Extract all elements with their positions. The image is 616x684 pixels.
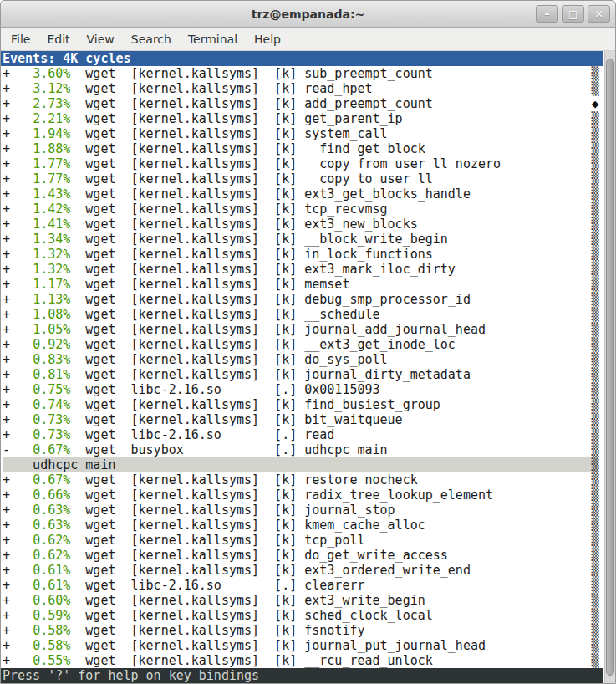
scroll-shade-icon: ▒ <box>591 307 598 322</box>
perf-row[interactable]: + 1.94% wget [kernel.kallsyms] [k] syste… <box>3 126 615 141</box>
scrollbar-track[interactable] <box>604 51 615 684</box>
pad <box>388 126 592 141</box>
menu-help[interactable]: Help <box>246 29 289 49</box>
overhead-percent: 1.41% <box>33 217 70 232</box>
perf-row[interactable]: + 0.73% wget libc-2.16.so [.] read ▒ <box>3 427 615 442</box>
pad <box>493 487 591 503</box>
pad <box>418 217 592 232</box>
perf-tui: Events: 4K cycles + 3.60% wget [kernel.k… <box>1 51 615 668</box>
overhead-percent: 2.73% <box>33 96 70 111</box>
scroll-shade-icon: ▒ <box>591 608 598 623</box>
perf-row[interactable]: + 1.77% wget [kernel.kallsyms] [k] __cop… <box>3 156 615 171</box>
overhead-percent: 0.59% <box>33 608 70 623</box>
perf-row[interactable]: - 0.67% wget busybox [.] udhcpc_main ▒ <box>3 442 615 457</box>
perf-row[interactable]: + 1.32% wget [kernel.kallsyms] [k] in_lo… <box>3 247 615 262</box>
fold-marker: + <box>3 156 33 171</box>
menu-view[interactable]: View <box>79 29 123 49</box>
menu-terminal[interactable]: Terminal <box>180 29 246 49</box>
perf-row[interactable]: + 1.77% wget [kernel.kallsyms] [k] __cop… <box>3 171 615 186</box>
perf-row[interactable]: + 1.41% wget [kernel.kallsyms] [k] ext3_… <box>3 217 615 232</box>
titlebar[interactable]: trz@empanada:~ –□✕ <box>1 1 615 28</box>
pad <box>115 457 591 472</box>
menu-file[interactable]: File <box>3 29 38 49</box>
perf-row[interactable]: + 0.61% wget libc-2.16.so [.] clearerr ▒ <box>3 578 615 593</box>
row-text: wget [kernel.kallsyms] [k] do_sys_poll <box>70 352 387 367</box>
perf-row[interactable]: + 0.66% wget [kernel.kallsyms] [k] radix… <box>3 487 615 503</box>
scrollbar-thumb[interactable] <box>606 59 614 676</box>
row-line: + 1.08% wget [kernel.kallsyms] [k] __sch… <box>3 307 598 322</box>
perf-row[interactable]: + 0.63% wget [kernel.kallsyms] [k] journ… <box>3 503 615 518</box>
scroll-shade-icon: ▒ <box>591 563 598 578</box>
scroll-shade-icon: ▒ <box>591 352 598 367</box>
perf-row[interactable]: + 0.62% wget [kernel.kallsyms] [k] do_ge… <box>3 548 615 563</box>
perf-row[interactable]: + 1.17% wget [kernel.kallsyms] [k] memse… <box>3 277 615 292</box>
menu-edit[interactable]: Edit <box>38 29 78 49</box>
pad <box>388 352 592 367</box>
perf-row[interactable]: + 1.32% wget [kernel.kallsyms] [k] ext3_… <box>3 262 615 277</box>
row-line: + 1.43% wget [kernel.kallsyms] [k] ext3_… <box>3 186 598 202</box>
perf-row[interactable]: + 0.81% wget [kernel.kallsyms] [k] journ… <box>3 367 615 382</box>
perf-row[interactable]: + 0.61% wget [kernel.kallsyms] [k] ext3_… <box>3 563 615 578</box>
pad <box>395 503 592 518</box>
row-text: wget [kernel.kallsyms] [k] memset <box>70 277 349 292</box>
perf-row[interactable]: + 1.13% wget [kernel.kallsyms] [k] debug… <box>3 292 615 307</box>
row-text: wget [kernel.kallsyms] [k] kmem_cache_al… <box>70 518 425 533</box>
perf-row[interactable]: + 1.08% wget [kernel.kallsyms] [k] __sch… <box>3 307 615 322</box>
overhead-percent: 0.73% <box>33 412 70 427</box>
perf-row[interactable]: + 0.83% wget [kernel.kallsyms] [k] do_sy… <box>3 352 615 367</box>
perf-row[interactable]: + 1.42% wget [kernel.kallsyms] [k] tcp_r… <box>3 202 615 217</box>
scroll-shade-icon: ▒ <box>591 111 598 126</box>
terminal-screen[interactable]: Events: 4K cycles + 3.60% wget [kernel.k… <box>1 51 615 684</box>
menu-search[interactable]: Search <box>123 29 180 49</box>
perf-row[interactable]: + 1.34% wget [kernel.kallsyms] [k] __blo… <box>3 232 615 247</box>
perf-row[interactable]: + 0.58% wget [kernel.kallsyms] [k] journ… <box>3 638 615 653</box>
perf-row[interactable]: + 0.59% wget [kernel.kallsyms] [k] sched… <box>3 608 615 623</box>
perf-row[interactable]: + 0.73% wget [kernel.kallsyms] [k] bit_w… <box>3 412 615 427</box>
perf-row[interactable]: + 0.58% wget [kernel.kallsyms] [k] fsnot… <box>3 623 615 638</box>
maximize-button[interactable]: □ <box>562 5 584 23</box>
overhead-percent: 0.62% <box>33 533 70 548</box>
row-line: + 0.63% wget [kernel.kallsyms] [k] kmem_… <box>3 518 598 533</box>
overhead-percent: 0.81% <box>33 367 70 382</box>
row-text: wget libc-2.16.so [.] 0x00115093 <box>70 382 379 397</box>
row-line: + 0.73% wget [kernel.kallsyms] [k] bit_w… <box>3 412 598 427</box>
row-line: + 0.67% wget [kernel.kallsyms] [k] resto… <box>3 472 598 487</box>
perf-row[interactable]: + 1.88% wget [kernel.kallsyms] [k] __fin… <box>3 141 615 156</box>
fold-marker: + <box>3 638 33 653</box>
perf-row[interactable]: + 3.12% wget [kernel.kallsyms] [k] read_… <box>3 81 615 96</box>
fold-marker: + <box>3 472 33 487</box>
scroll-shade-icon: ▒ <box>591 262 598 277</box>
perf-row[interactable]: + 0.75% wget libc-2.16.so [.] 0x00115093… <box>3 382 615 397</box>
row-line: + 0.58% wget [kernel.kallsyms] [k] fsnot… <box>3 623 598 638</box>
overhead-percent: 1.77% <box>33 156 70 171</box>
perf-row[interactable]: + 0.63% wget [kernel.kallsyms] [k] kmem_… <box>3 518 615 533</box>
perf-row[interactable]: + 2.73% wget [kernel.kallsyms] [k] add_p… <box>3 96 615 111</box>
perf-row[interactable]: + 0.60% wget [kernel.kallsyms] [k] ext3_… <box>3 593 615 608</box>
fold-marker: + <box>3 427 33 442</box>
close-button[interactable]: ✕ <box>588 5 610 23</box>
overhead-percent: 3.12% <box>33 81 70 96</box>
scroll-shade-icon: ▒ <box>591 186 598 202</box>
scroll-shade-icon: ▒ <box>591 533 598 548</box>
row-text: wget [kernel.kallsyms] [k] ext3_mark_ilo… <box>70 262 456 277</box>
perf-row[interactable]: + 3.60% wget [kernel.kallsyms] [k] sub_p… <box>3 66 615 81</box>
perf-callchain-row[interactable]: udhcpc_main ▒ <box>3 457 615 472</box>
minimize-icon: – <box>545 9 550 19</box>
perf-row[interactable]: + 1.43% wget [kernel.kallsyms] [k] ext3_… <box>3 186 615 202</box>
scroll-shade-icon: ▒ <box>591 217 598 232</box>
perf-row[interactable]: + 0.74% wget [kernel.kallsyms] [k] find_… <box>3 397 615 412</box>
scroll-shade-icon: ▒ <box>591 367 598 382</box>
perf-row[interactable]: + 1.05% wget [kernel.kallsyms] [k] journ… <box>3 322 615 337</box>
pad <box>456 337 592 352</box>
fold-marker: + <box>3 141 33 156</box>
perf-row[interactable]: + 2.21% wget [kernel.kallsyms] [k] get_p… <box>3 111 615 126</box>
scroll-shade-icon: ▒ <box>591 202 598 217</box>
minimize-button[interactable]: – <box>536 5 558 23</box>
perf-row[interactable]: + 0.62% wget [kernel.kallsyms] [k] tcp_p… <box>3 533 615 548</box>
row-text: wget [kernel.kallsyms] [k] debug_smp_pro… <box>70 292 471 307</box>
perf-row[interactable]: + 0.55% wget [kernel.kallsyms] [k] __rcu… <box>3 653 615 668</box>
scroll-shade-icon: ▒ <box>591 638 598 653</box>
perf-row[interactable]: + 0.92% wget [kernel.kallsyms] [k] __ext… <box>3 337 615 352</box>
overhead-percent: 0.58% <box>33 623 70 638</box>
perf-row[interactable]: + 0.67% wget [kernel.kallsyms] [k] resto… <box>3 472 615 487</box>
